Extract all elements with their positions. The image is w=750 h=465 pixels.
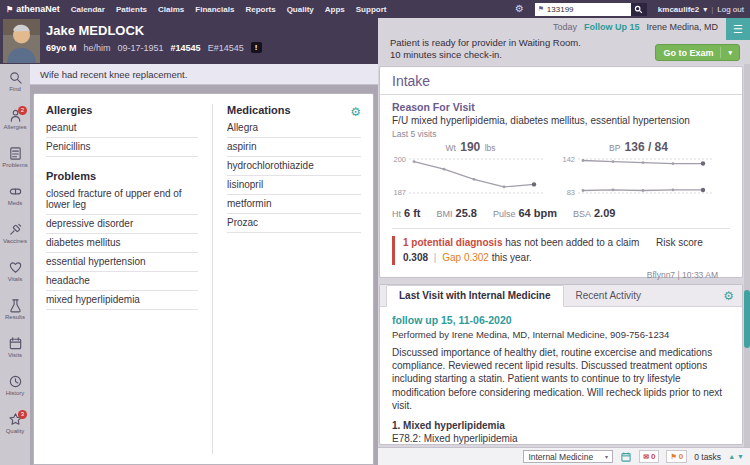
alert-suffix: this year. [492, 252, 532, 263]
sidebar-item-meds[interactable]: Meds [0, 180, 30, 218]
chart-summary-panel: Wife had recent knee replacement. Allerg… [30, 64, 378, 465]
last-visits-label: Last 5 visits [392, 129, 730, 139]
checkin-status: Patient is ready for provider in Waiting… [390, 37, 581, 62]
nav-item-patients[interactable]: Patients [116, 5, 147, 14]
sidebar-item-vaccines[interactable]: Vaccines [0, 218, 30, 256]
weight-sparkline [409, 154, 543, 198]
sidebar-item-problems[interactable]: Problems [0, 142, 30, 180]
menu-button[interactable]: ☰ [726, 18, 750, 40]
list-item[interactable]: Prozac [227, 214, 361, 233]
nav-item-claims[interactable]: Claims [158, 5, 184, 14]
flag-icon: ⚑ [670, 453, 676, 461]
visits-icon [8, 336, 23, 351]
summary-card: Allergies peanut Penicillins Problems cl… [33, 93, 374, 465]
patient-enterprise-id: E#14545 [208, 43, 244, 53]
tasks-label[interactable]: 0 tasks [694, 452, 721, 462]
inbox-count[interactable]: ✉ 0 [639, 450, 659, 463]
nav-item-calendar[interactable]: Calendar [71, 5, 105, 14]
history-icon [8, 374, 23, 389]
visit-link[interactable]: follow up 15, 11-06-2020 [392, 314, 730, 326]
logo-text: athenaNet [16, 4, 60, 14]
nav-item-support[interactable]: Support [356, 5, 387, 14]
medications-heading: Medications [227, 104, 291, 116]
sidebar-item-visits[interactable]: Visits [0, 332, 30, 370]
appointment-link[interactable]: Follow Up 15 [584, 22, 640, 32]
intake-heading: Intake [380, 67, 742, 95]
search-button[interactable] [631, 3, 647, 16]
byline-time: 10:33 AM [682, 270, 718, 280]
weight-tick-bottom: 187 [392, 188, 406, 197]
search-icon [634, 5, 643, 14]
logout-link[interactable]: Log out [717, 5, 744, 14]
list-item[interactable]: Penicillins [46, 138, 198, 157]
bp-chart-label: BP [609, 143, 620, 153]
sidebar-item-quality[interactable]: 3 Quality [0, 408, 30, 446]
sidebar-item-history[interactable]: History [0, 370, 30, 408]
visit-gear-icon[interactable]: ⚙ [723, 290, 742, 302]
global-search: ⚑ [535, 3, 647, 16]
nav-item-apps[interactable]: Apps [325, 5, 345, 14]
list-item[interactable]: hydrochlorothiazide [227, 157, 361, 176]
visit-note: Discussed importance of healthy diet, ro… [392, 346, 730, 412]
department-select[interactable]: Internal Medicine ▾ [523, 450, 613, 463]
sidebar-item-vitals[interactable]: Vitals [0, 256, 30, 294]
nav-item-financials[interactable]: Financials [195, 5, 234, 14]
diagnosis-alert: 1 potential diagnosis has not been added… [392, 236, 730, 265]
diagnosis-code: E78.2: Mixed hyperlipidemia [392, 433, 730, 444]
list-item[interactable]: peanut [46, 119, 198, 138]
search-input[interactable] [535, 3, 631, 16]
problems-icon [8, 146, 23, 161]
vitals-charts: Wt 190 lbs 200 187 [392, 140, 730, 198]
list-item[interactable]: diabetes mellitus [46, 234, 198, 253]
tab-last-visit[interactable]: Last Visit with Internal Medicine [386, 285, 564, 307]
nav-item-reports[interactable]: Reports [245, 5, 275, 14]
list-item[interactable]: headache [46, 272, 198, 291]
list-item[interactable]: lisinopril [227, 176, 361, 195]
bp-tick-top: 142 [561, 155, 575, 164]
vital-pulse: Pulse64 bpm [493, 203, 557, 221]
bp-tick-bottom: 83 [561, 188, 575, 197]
username[interactable]: kmcaulife2 [658, 5, 699, 14]
list-item[interactable]: aspirin [227, 138, 361, 157]
list-item[interactable]: metformin [227, 195, 361, 214]
list-item[interactable]: Allegra [227, 119, 361, 138]
results-icon [8, 298, 23, 313]
alert-pipe: | [434, 252, 437, 263]
calendar-icon[interactable] [620, 451, 632, 463]
sidebar-item-results[interactable]: Results [0, 294, 30, 332]
scroll-up-icon[interactable]: ▲ [728, 453, 735, 460]
list-item[interactable]: essential hypertension [46, 253, 198, 272]
performed-by: Performed by Irene Medina, MD, Internal … [392, 329, 730, 340]
list-item[interactable]: depressive disorder [46, 215, 198, 234]
quality-badge: 3 [18, 410, 27, 419]
problems-heading: Problems [46, 170, 198, 182]
patient-photo [3, 19, 40, 63]
tab-recent-activity[interactable]: Recent Activity [564, 286, 654, 306]
medications-gear-icon[interactable]: ⚙ [350, 106, 361, 118]
status-bar: Internal Medicine ▾ ✉ 0 ⚑ 0 0 tasks ▲ ▼ [378, 447, 750, 465]
athenanet-logo[interactable]: ⚑ athenaNet [6, 4, 60, 14]
sidebar-item-find[interactable]: Find [0, 66, 30, 104]
vaccines-icon [8, 222, 23, 237]
patient-demographics: 69yo M he/him 09-17-1951 #14545 E#14545 … [46, 42, 262, 53]
settings-gear-icon[interactable]: ⚙ [515, 4, 524, 14]
weight-chart-label: Wt [445, 143, 455, 153]
patient-age-sex: 69yo M [46, 43, 77, 53]
vital-ht: Ht6 ft [392, 203, 421, 221]
meds-icon [8, 184, 23, 199]
select-caret-icon: ▾ [605, 453, 608, 460]
scroll-down-icon[interactable]: ▼ [737, 453, 744, 460]
flag-count[interactable]: ⚑ 0 [666, 450, 687, 463]
go-to-exam-button[interactable]: Go to Exam ▾ [655, 44, 740, 61]
vertical-scrollbar[interactable] [744, 64, 750, 447]
nav-item-quality[interactable]: Quality [287, 5, 314, 14]
weight-unit: lbs [485, 143, 496, 153]
patient-dob: 09-17-1951 [118, 43, 164, 53]
byline-user: Bflynn7 [647, 270, 675, 280]
scrollbar-thumb[interactable] [744, 290, 750, 348]
sidebar-item-allergies[interactable]: 2 Allergies [0, 104, 30, 142]
list-item[interactable]: closed fracture of upper end of lower le… [46, 185, 198, 215]
list-item[interactable]: mixed hyperlipidemia [46, 291, 198, 310]
intake-divider [392, 228, 730, 229]
patient-alert-icon[interactable]: ! [251, 42, 262, 53]
